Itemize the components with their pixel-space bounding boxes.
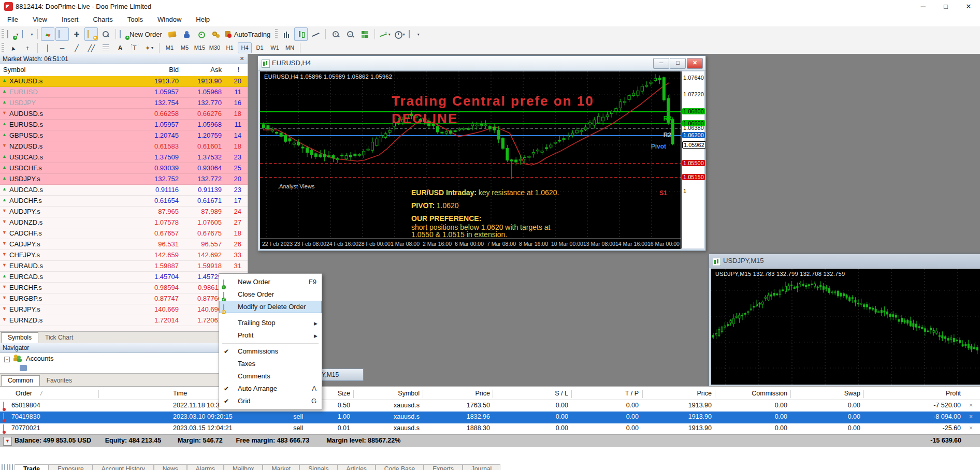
market-watch-row[interactable]: ▲USDJPY.s132.752132.77220 [0, 174, 248, 185]
chart-restore-button[interactable]: □ [670, 58, 686, 69]
tree-expand-icon[interactable]: - [4, 357, 10, 362]
tab-symbols[interactable]: Symbols [1, 332, 38, 343]
metaeditor-button[interactable] [166, 27, 179, 41]
terminal-tab-code-base[interactable]: Code Base [376, 464, 424, 470]
terminal-tab-mailbox[interactable]: Mailbox [224, 464, 263, 470]
timeframe-h4[interactable]: H4 [238, 42, 252, 53]
timeframe-h1[interactable]: H1 [223, 42, 237, 53]
timeframe-m15[interactable]: M15 [193, 42, 207, 53]
close-position-icon[interactable]: × [969, 413, 973, 420]
horizontal-line-tool[interactable]: ─ [55, 41, 69, 55]
tab-favorites[interactable]: Favorites [40, 375, 79, 386]
context-menu-item-close-order[interactable]: ✔Close Order [219, 288, 322, 301]
eurusd-chart-plot[interactable]: EURUSD,H4 1.05896 1.05989 1.05862 1.0596… [260, 71, 681, 238]
menu-file[interactable]: File [0, 13, 25, 26]
timeframe-w1[interactable]: W1 [268, 42, 282, 53]
market-watch-header[interactable]: Market Watch: 06:51:01 ✕ [0, 54, 248, 64]
market-watch-row[interactable]: ▼NZDUSD.s0.615830.6160118 [0, 141, 248, 152]
zoom-in-button[interactable]: + [329, 27, 342, 41]
terminal-tab-account-history[interactable]: Account History [93, 464, 154, 470]
market-watch-row[interactable]: ▼EURAUD.s1.598871.5991831 [0, 261, 248, 272]
chart-line-button[interactable] [309, 27, 322, 41]
market-watch-row[interactable]: ▼EURJPY.s140.669140.690 [0, 304, 248, 315]
terminal-toggle[interactable]: ★ [84, 27, 98, 41]
crosshair-tool[interactable]: + [21, 41, 34, 55]
market-watch-row[interactable]: ▼CADJPY.s96.53196.55726 [0, 239, 248, 250]
vertical-line-tool[interactable]: │ [41, 41, 54, 55]
terminal-tab-alarms[interactable]: Alarms [187, 464, 224, 470]
context-menu-item-commissions[interactable]: ✔Commissions [219, 345, 322, 358]
context-menu-item-auto-arrange[interactable]: ✔Auto ArrangeA [219, 383, 322, 395]
column-header-symbol[interactable]: Symbol [357, 390, 420, 397]
eurusd-price-scale[interactable]: 1.076401.072201.068001.065001.063801.062… [681, 71, 704, 248]
column-header-profit[interactable]: Profit [868, 390, 961, 397]
close-position-icon[interactable]: × [969, 424, 973, 432]
data-window-toggle[interactable] [55, 27, 69, 41]
chart-candles-button[interactable] [294, 27, 308, 41]
terminal-tab-market[interactable]: Market [263, 464, 299, 470]
market-watch-close-icon[interactable]: ✕ [238, 55, 246, 62]
column-header-tp[interactable]: T / P [575, 390, 639, 397]
channel-tool[interactable]: ╱╱ [84, 41, 98, 55]
context-menu-item-trailing-stop[interactable]: Trailing Stop▶ [219, 317, 322, 329]
market-watch-row[interactable]: ▼AUDJPY.s87.96587.98924 [0, 207, 248, 217]
tab-common[interactable]: Common [1, 375, 40, 386]
context-menu-item-taxes[interactable]: Taxes [219, 358, 322, 370]
timeframe-m30[interactable]: M30 [208, 42, 222, 53]
context-menu-item-grid[interactable]: ✔GridG [219, 395, 322, 407]
cursor-tool[interactable]: ▲ [6, 41, 20, 55]
navigator-header[interactable]: Navigator [0, 343, 248, 353]
order-row[interactable]: 707700212023.03.15 12:04:21sell0.01xauus… [0, 423, 980, 435]
navigator-toggle[interactable]: ✚ [70, 27, 83, 41]
eurusd-time-scale[interactable]: 22 Feb 202323 Feb 08:0024 Feb 16:0028 Fe… [260, 238, 681, 249]
minimize-button[interactable]: ─ [912, 0, 934, 13]
label-tool[interactable]: T [128, 41, 141, 55]
market-watch-row[interactable]: ▲USDCAD.s1.375091.3753223 [0, 152, 248, 163]
chart-bars-button[interactable] [280, 27, 293, 41]
market-watch-row[interactable]: ▲AUDCAD.s0.911160.9113923 [0, 185, 248, 196]
chart-close-button[interactable]: ✕ [687, 58, 703, 69]
strategy-tester-toggle[interactable] [99, 27, 112, 41]
periods-button[interactable]: ▾ [393, 27, 406, 41]
new-chart-button[interactable]: +▾ [6, 27, 20, 41]
terminal-tab-news[interactable]: News [154, 464, 187, 470]
menu-window[interactable]: Window [150, 13, 189, 26]
menu-tools[interactable]: Tools [120, 13, 150, 26]
market-watch-row[interactable]: ▼CHFJPY.s142.659142.69233 [0, 250, 248, 261]
column-header-order[interactable]: Order [16, 390, 98, 397]
usdjpy-chart-plot[interactable]: USDJPY,M15 132.783 132.799 132.708 132.7… [711, 269, 980, 385]
order-row[interactable]: 650198042022.11.18 10:3sell0.50xauusd.s1… [0, 400, 980, 412]
terminal-tab-experts[interactable]: Experts [424, 464, 463, 470]
menu-help[interactable]: Help [189, 13, 217, 26]
market-watch-row[interactable]: ▲EURUSD.s1.059571.0596811 [0, 120, 248, 130]
tile-windows-button[interactable] [358, 27, 371, 41]
terminal-tab-articles[interactable]: Articles [338, 464, 376, 470]
close-position-icon[interactable]: × [969, 402, 973, 409]
column-header-commission[interactable]: Commission [719, 390, 787, 397]
arrows-tool[interactable]: ✦▾ [142, 41, 156, 55]
timeframe-m5[interactable]: M5 [178, 42, 192, 53]
market-watch-row[interactable]: ▲XAUUSD.s1913.701913.9020 [0, 76, 248, 87]
column-header-price[interactable]: Price [646, 390, 712, 397]
timeframe-d1[interactable]: D1 [253, 42, 267, 53]
context-menu-item-profit[interactable]: Profit▶ [219, 329, 322, 342]
terminal-tab-journal[interactable]: Journal [463, 464, 500, 470]
close-button[interactable]: ✕ [957, 0, 980, 13]
signals-button[interactable] [195, 27, 208, 41]
chart-title-bar[interactable]: EURUSD,H4 ─ □ ✕ [258, 56, 705, 71]
context-menu-item-new-order[interactable]: +New OrderF9 [219, 276, 322, 288]
market-watch-row[interactable]: ▼EURCHF.s0.985940.98611 [0, 283, 248, 293]
market-watch-row[interactable]: ▲GBPUSD.s1.207451.2075914 [0, 130, 248, 141]
timeframe-mn[interactable]: MN [283, 42, 297, 53]
market-watch-column-header[interactable]: Symbol Bid Ask ! [0, 64, 248, 77]
market-watch-row[interactable]: ▲EURUSD1.059571.0596811 [0, 87, 248, 98]
market-watch-row[interactable]: ▼CADCHF.s0.676570.6767518 [0, 228, 248, 239]
market-watch-row[interactable]: ▲AUDCHF.s0.616540.6167117 [0, 196, 248, 207]
trendline-tool[interactable]: ╱ [70, 41, 83, 55]
column-header-price[interactable]: Price [427, 390, 490, 397]
market-watch-row[interactable]: ▼EURNZD.s1.720141.72061 [0, 315, 248, 326]
profiles-button[interactable]: ▾ [21, 27, 34, 41]
context-menu-item-comments[interactable]: Comments [219, 370, 322, 383]
navigator-item-accounts[interactable]: - Accounts [0, 353, 248, 364]
market-watch-row[interactable]: ▼AUDNZD.s1.075781.0760527 [0, 217, 248, 228]
